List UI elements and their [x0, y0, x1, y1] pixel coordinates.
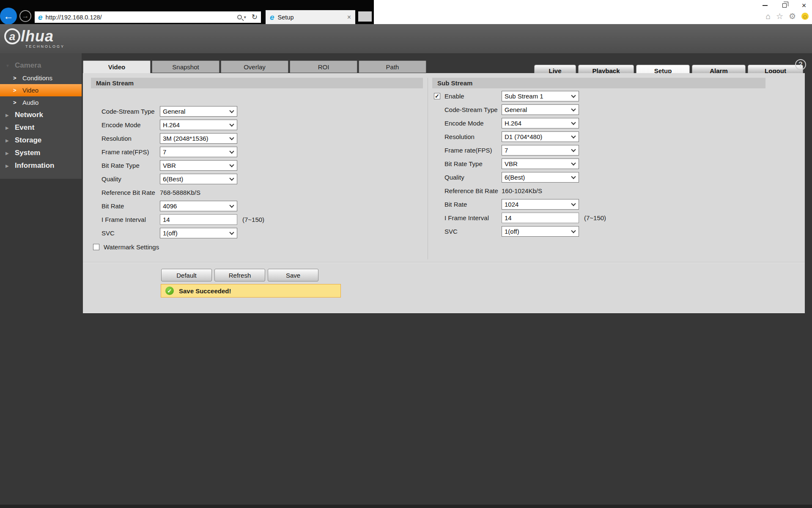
refresh-button[interactable]: Refresh: [214, 269, 265, 281]
form-row: Quality 6(Best): [102, 172, 423, 186]
resolution-select[interactable]: 3M (2048*1536): [160, 133, 237, 144]
window-controls: ×: [760, 1, 809, 10]
success-check-icon: ✓: [165, 287, 174, 295]
browser-forward-button[interactable]: →: [19, 10, 31, 22]
chevron-down-icon: [571, 174, 576, 179]
i-frame-interval-input[interactable]: [502, 213, 579, 223]
resolution-label: Resolution: [102, 135, 160, 142]
sidebar-item-storage[interactable]: ▶ Storage: [0, 134, 82, 147]
sub-stream-select[interactable]: Sub Stream 1: [502, 91, 579, 101]
quality-select[interactable]: 6(Best): [502, 172, 579, 183]
default-button[interactable]: Default: [161, 269, 212, 281]
form-row: Reference Bit Rate 160-1024Kb/S: [434, 184, 764, 197]
resolution-select[interactable]: D1 (704*480): [502, 131, 579, 142]
browser-tab[interactable]: e Setup ×: [266, 10, 355, 24]
quality-select[interactable]: 6(Best): [160, 174, 237, 184]
chevron-down-icon: [229, 176, 234, 180]
select-value: 7: [163, 148, 166, 156]
search-caret-icon[interactable]: ▾: [244, 15, 246, 19]
tab-video[interactable]: Video: [83, 60, 151, 73]
select-value: 1024: [505, 201, 518, 208]
content-panel: Main Stream Sub Stream Code-Stream Type …: [83, 73, 805, 313]
sidebar-item-event[interactable]: ▶ Event: [0, 121, 82, 134]
triangle-down-icon: ▼: [5, 63, 12, 68]
refresh-icon[interactable]: ↻: [252, 13, 258, 22]
bit-rate-type-select[interactable]: VBR: [160, 160, 237, 171]
restore-button[interactable]: [780, 1, 789, 10]
select-value: 3M (2048*1536): [163, 135, 208, 142]
form-row: SVC 1(off): [102, 226, 423, 240]
sidebar: ▼ Camera > Conditions > Video > Audio ▶ …: [0, 53, 82, 508]
encode-mode-select[interactable]: H.264: [160, 120, 237, 130]
sidebar-item-network[interactable]: ▶ Network: [0, 109, 82, 121]
tab-path[interactable]: Path: [359, 60, 426, 73]
watermark-checkbox[interactable]: [93, 244, 99, 250]
form-row: I Frame Interval (7~150): [434, 211, 764, 224]
sidebar-audio-label: Audio: [22, 99, 38, 106]
feedback-smiley-icon[interactable]: ☺: [801, 13, 809, 20]
sidebar-item-conditions[interactable]: > Conditions: [0, 72, 82, 84]
reference-bit-rate-value: 768-5888Kb/S: [160, 189, 200, 196]
address-bar[interactable]: e http://192.168.0.128/ ▾ ↻: [35, 11, 261, 23]
main-stream-form: Code-Stream Type General Encode Mode H.2…: [102, 104, 423, 240]
sidebar-item-system[interactable]: ▶ System: [0, 147, 82, 159]
chevron-down-icon: [229, 203, 234, 208]
encode-mode-select[interactable]: H.264: [502, 118, 579, 128]
chevron-down-icon: [229, 162, 234, 167]
sidebar-item-camera[interactable]: ▼ Camera: [0, 59, 82, 72]
form-row: Bit Rate Type VBR: [434, 157, 764, 170]
tab-title: Setup: [278, 14, 294, 21]
frame-rate-label: Frame rate(FPS): [102, 148, 160, 156]
chevron-down-icon: [229, 108, 234, 113]
tab-roi[interactable]: ROI: [290, 60, 357, 73]
help-button[interactable]: ?: [795, 59, 806, 70]
chevron-down-icon: [229, 135, 234, 140]
home-icon[interactable]: ⌂: [765, 12, 770, 20]
sidebar-item-video[interactable]: > Video: [0, 84, 82, 96]
sidebar-menu: ▼ Camera > Conditions > Video > Audio ▶ …: [0, 53, 82, 179]
select-value: 4096: [163, 202, 177, 210]
select-value: VBR: [505, 160, 518, 167]
svc-select[interactable]: 1(off): [502, 226, 579, 237]
tab-overlay[interactable]: Overlay: [221, 60, 288, 73]
i-frame-interval-label: I Frame Interval: [102, 216, 160, 223]
triangle-right-icon: ▶: [5, 126, 12, 130]
minimize-button[interactable]: [760, 1, 770, 10]
bit-rate-type-label: Bit Rate Type: [102, 162, 160, 169]
close-icon: ×: [802, 2, 807, 9]
gear-icon[interactable]: ⚙: [789, 12, 796, 20]
frame-rate-select[interactable]: 7: [160, 147, 237, 157]
frame-rate-label: Frame rate(FPS): [444, 147, 502, 154]
tab-close-icon[interactable]: ×: [347, 14, 351, 21]
logo-a-ring: a: [4, 28, 20, 44]
favorites-star-icon[interactable]: ☆: [776, 12, 783, 20]
sidebar-conditions-label: Conditions: [22, 74, 52, 82]
close-button[interactable]: ×: [799, 1, 809, 10]
browser-back-button[interactable]: ←: [0, 8, 17, 25]
i-frame-interval-input[interactable]: [160, 214, 237, 225]
new-tab-button[interactable]: [358, 11, 372, 22]
svc-select[interactable]: 1(off): [160, 228, 237, 238]
sub-stream-form: ✓ Enable Sub Stream 1 Code-Stream Type G…: [434, 89, 764, 238]
svc-label: SVC: [444, 228, 502, 235]
code-stream-type-select[interactable]: General: [502, 104, 579, 115]
bit-rate-select[interactable]: 1024: [502, 199, 579, 210]
enable-checkbox[interactable]: ✓: [434, 93, 440, 99]
sidebar-item-information[interactable]: ▶ Information: [0, 159, 82, 172]
chevron-down-icon: [571, 147, 576, 152]
browser-chrome: ← → e http://192.168.0.128/ ▾ ↻ e Setup …: [0, 0, 812, 24]
save-button[interactable]: Save: [268, 269, 318, 281]
select-value: 1(off): [505, 228, 519, 235]
select-value: General: [505, 106, 527, 113]
frame-rate-select[interactable]: 7: [502, 145, 579, 156]
logo-text: lhua: [21, 27, 54, 45]
sidebar-item-audio[interactable]: > Audio: [0, 96, 82, 109]
bit-rate-select[interactable]: 4096: [160, 201, 237, 211]
bit-rate-type-select[interactable]: VBR: [502, 158, 579, 169]
search-icon[interactable]: [237, 15, 242, 19]
select-value: VBR: [163, 162, 176, 169]
reference-bit-rate-value: 160-1024Kb/S: [502, 187, 542, 194]
form-row: Encode Mode H.264: [102, 118, 423, 131]
tab-snapshot[interactable]: Snapshot: [152, 60, 219, 73]
code-stream-type-select[interactable]: General: [160, 106, 237, 117]
